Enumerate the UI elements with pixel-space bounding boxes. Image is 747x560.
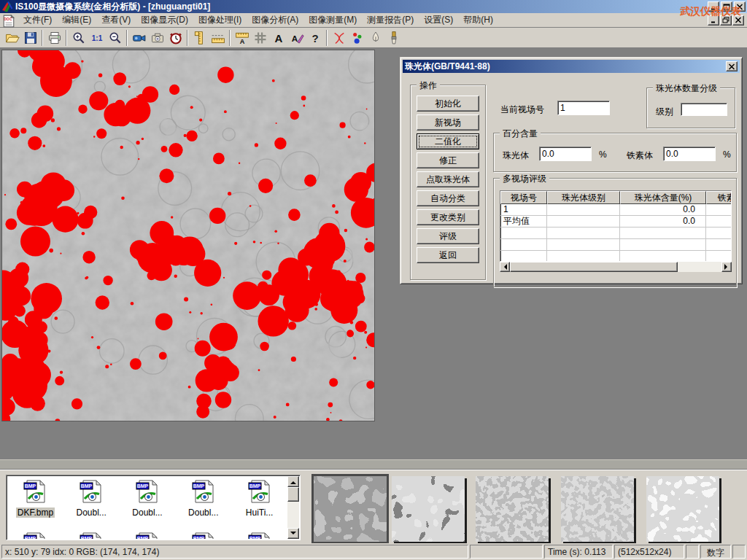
video-camera-icon[interactable] — [130, 29, 148, 47]
close-button[interactable] — [734, 1, 746, 12]
rating-cell — [500, 228, 547, 239]
zoom-in-icon[interactable] — [69, 29, 88, 47]
status-bar: x: 510 y: 79 idx: 0 RGB: (174, 174, 174)… — [0, 543, 747, 560]
texture-thumbnail-2[interactable] — [476, 476, 549, 542]
vscroll-thumb[interactable] — [287, 487, 299, 502]
scroll-down-icon[interactable] — [287, 528, 299, 539]
rating-row-3 — [500, 239, 731, 251]
save-icon[interactable] — [21, 29, 39, 47]
scroll-right-icon[interactable] — [721, 262, 732, 272]
rating-col-0: 视场号 — [500, 191, 547, 204]
rating-cell — [547, 204, 620, 216]
caliper-icon[interactable] — [190, 29, 209, 47]
mdi-close-button[interactable] — [732, 15, 744, 26]
mdi-minimize-button[interactable] — [708, 15, 719, 26]
toolbar-separator — [126, 30, 128, 46]
bmp-file-icon: BMP — [23, 479, 47, 506]
rating-table: 视场号珠光体级别珠光体含量(%)铁素体含量(%) 10.0平均值0.0 — [500, 190, 732, 262]
file-item-3[interactable]: BMPDoubl... — [175, 476, 231, 529]
texture-thumbnail-4[interactable] — [646, 476, 719, 542]
menu-item-8[interactable]: 设置(S) — [419, 12, 458, 28]
ferrite-percent-input[interactable] — [663, 147, 716, 161]
op-button-0[interactable]: 初始化 — [417, 96, 479, 112]
spline-cut-icon[interactable] — [330, 29, 348, 47]
grade-input[interactable] — [681, 103, 727, 116]
op-button-4[interactable]: 点取珠光体 — [417, 171, 479, 187]
svg-text:?: ? — [311, 31, 318, 44]
texture-thumbnail-0[interactable] — [314, 476, 387, 542]
annotate-icon[interactable]: A — [287, 29, 306, 47]
percent-group: 百分含量 珠光体 % 铁素体 % — [493, 133, 737, 172]
ruler-icon[interactable] — [209, 29, 227, 47]
menu-item-3[interactable]: 图像显示(D) — [136, 12, 193, 28]
rating-cell — [500, 239, 547, 251]
rating-col-2: 珠光体含量(%) — [620, 191, 706, 204]
op-button-8[interactable]: 返回 — [417, 247, 479, 263]
hscroll-thumb[interactable] — [510, 262, 678, 272]
file-item-row2-0[interactable]: BMP — [7, 529, 63, 539]
menu-item-1[interactable]: 编辑(E) — [57, 12, 96, 28]
op-button-3[interactable]: 修正 — [417, 152, 479, 168]
mdi-restore-button[interactable] — [720, 15, 732, 26]
menu-item-9[interactable]: 帮助(H) — [458, 12, 498, 28]
file-item-0[interactable]: BMPDKF.bmp — [7, 476, 63, 529]
measure-text-icon[interactable]: A — [233, 29, 251, 47]
rating-col-3: 铁素体含量(%) — [706, 191, 732, 204]
paint-brush-icon[interactable] — [384, 29, 403, 47]
print-icon[interactable] — [45, 29, 63, 47]
file-item-row2-1[interactable]: BMP — [63, 529, 120, 539]
dialog-title-bar: 珠光体(GB/T9441-88) — [403, 60, 740, 73]
menu-item-2[interactable]: 查看(V) — [96, 12, 136, 28]
actual-size-icon[interactable]: 1:1 — [88, 29, 106, 47]
capture-camera-icon[interactable] — [148, 29, 166, 47]
grid-measure-icon[interactable] — [251, 29, 269, 47]
status-mode: 数字 — [700, 545, 731, 559]
specimen-image[interactable] — [1, 50, 375, 421]
menu-item-6[interactable]: 图像测量(M) — [303, 12, 362, 28]
dialog-close-icon[interactable] — [726, 61, 738, 71]
bmp-file-icon: BMP — [191, 479, 216, 506]
file-item-1[interactable]: BMPDoubl... — [63, 476, 120, 529]
texture-thumbnail-3[interactable] — [561, 476, 634, 542]
pearlite-percent-input[interactable] — [539, 147, 592, 161]
minimize-button[interactable] — [708, 1, 719, 12]
rating-row-0: 10.0 — [500, 204, 731, 216]
current-view-label: 当前视场号 — [500, 104, 544, 116]
file-item-2[interactable]: BMPDoubl... — [120, 476, 176, 529]
zoom-out-icon[interactable] — [106, 29, 124, 47]
maximize-button[interactable] — [721, 1, 732, 12]
help-icon[interactable]: ? — [306, 29, 324, 47]
current-view-input[interactable] — [557, 101, 610, 115]
op-button-7[interactable]: 评级 — [417, 228, 479, 244]
color-classify-icon[interactable] — [348, 29, 366, 47]
bottom-panel: BMPDKF.bmpBMPDoubl...BMPDoubl...BMPDoubl… — [0, 470, 747, 543]
open-file-icon[interactable] — [3, 29, 21, 47]
timer-clock-icon[interactable] — [166, 29, 185, 47]
panel-splitter[interactable] — [0, 459, 747, 470]
op-button-5[interactable]: 自动分类 — [417, 190, 479, 206]
menu-item-7[interactable]: 测量报告(P) — [362, 12, 419, 28]
op-button-6[interactable]: 更改类别 — [417, 209, 479, 225]
menu-item-4[interactable]: 图像处理(I) — [193, 12, 247, 28]
ink-pen-icon[interactable] — [366, 29, 384, 47]
file-item-row2-3[interactable]: BMP — [175, 529, 231, 539]
menu-item-5[interactable]: 图像分析(A) — [247, 12, 303, 28]
bmp-file-icon: BMP — [247, 479, 272, 506]
rating-cell: 1 — [500, 204, 547, 216]
text-a-icon[interactable]: A — [269, 29, 287, 47]
scroll-left-icon[interactable] — [500, 262, 510, 272]
svg-text:A: A — [239, 37, 244, 44]
texture-thumbnail-1[interactable] — [392, 476, 465, 542]
svg-text:BMP: BMP — [249, 536, 260, 539]
menu-item-0[interactable]: 文件(F) — [18, 12, 57, 28]
rating-table-hscrollbar[interactable] — [500, 262, 732, 272]
file-item-row2-4[interactable]: BMP — [231, 529, 287, 539]
file-item-4[interactable]: BMPHuiTi... — [231, 476, 287, 529]
file-name: HuiTi... — [244, 508, 275, 518]
file-item-row2-2[interactable]: BMP — [120, 529, 176, 539]
file-browser-vscrollbar[interactable] — [287, 476, 299, 539]
rating-row-1: 平均值0.0 — [500, 216, 731, 228]
op-button-2[interactable]: 二值化 — [417, 133, 479, 149]
op-button-1[interactable]: 新视场 — [417, 114, 479, 131]
scroll-up-icon[interactable] — [287, 476, 299, 487]
